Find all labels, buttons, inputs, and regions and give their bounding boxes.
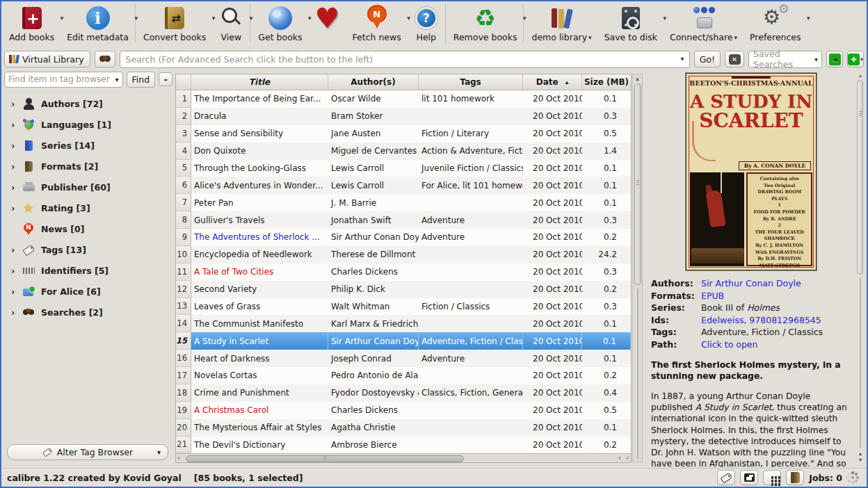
book-title-cell[interactable]: Novelas Cortas [191, 367, 328, 384]
book-tags-cell[interactable]: For Alice, lit 101 homework [419, 177, 523, 194]
book-authors-cell[interactable]: Jane Austen [328, 125, 419, 143]
jobs-spinner-icon[interactable] [851, 476, 854, 479]
book-size-cell[interactable]: 0.1 [582, 350, 631, 367]
book-size-cell[interactable]: 0.2 [582, 281, 631, 298]
book-authors-cell[interactable]: Sir Arthur Conan Doyle [328, 229, 419, 246]
book-tags-cell[interactable] [419, 108, 523, 125]
book-row[interactable]: 15 A Study in Scarlet Sir Arthur Conan D… [176, 332, 631, 350]
book-authors-cell[interactable]: Sir Arthur Conan Doyle [328, 332, 419, 350]
book-date-cell[interactable]: 20 Oct 2010 [523, 332, 582, 350]
book-authors-cell[interactable]: Joseph Conrad [328, 350, 419, 367]
book-authors-cell[interactable]: Agatha Christie [328, 419, 419, 437]
book-tags-cell[interactable]: Classics, Fiction, General,... [419, 384, 523, 402]
book-size-cell[interactable]: 0.3 [582, 211, 631, 229]
book-date-cell[interactable]: 20 Oct 2010 [523, 211, 582, 229]
book-tags-cell[interactable] [419, 194, 523, 211]
book-title-cell[interactable]: Gulliver's Travels [191, 211, 328, 229]
tag-browser-category[interactable]: Identifiers [5] [1, 260, 172, 281]
search-input[interactable] [120, 51, 690, 68]
toggle-tag-browser-button[interactable] [717, 470, 735, 485]
toolbar-button[interactable]: ▾ View ▾ [212, 3, 250, 42]
book-authors-cell[interactable]: Pedro Antonio de Alarcón [328, 367, 419, 384]
book-date-cell[interactable]: 20 Oct 2010 [523, 177, 582, 194]
book-tags-cell[interactable]: Fiction / Literary [419, 125, 523, 143]
toolbar-button[interactable]: ▾ Convert books ▾ [137, 3, 212, 42]
book-date-cell[interactable]: 20 Oct 2010 [523, 437, 582, 454]
book-authors-cell[interactable]: Philip K. Dick [328, 281, 419, 298]
expander-icon[interactable] [11, 141, 17, 150]
toolbar-button[interactable]: ▾ Preferences ▾ [744, 3, 807, 42]
column-header-authors[interactable]: Author(s) [328, 74, 419, 90]
book-size-cell[interactable]: 0.2 [582, 367, 631, 384]
book-tags-cell[interactable]: Adventure [419, 229, 523, 246]
chevron-down-icon[interactable]: ▾ [588, 34, 592, 41]
column-header-size[interactable]: Size (MB) [582, 74, 631, 90]
book-size-cell[interactable]: 0.2 [582, 229, 631, 246]
book-row[interactable]: 5 Through the Looking-Glass Lewis Carrol… [176, 160, 631, 177]
book-row[interactable]: 17 Novelas Cortas Pedro Antonio de Alarc… [176, 367, 631, 384]
expander-icon[interactable] [11, 204, 17, 213]
book-row[interactable]: 18 Crime and Punishment Fyodor Dostoyevs… [176, 384, 631, 402]
book-size-cell[interactable]: 24.2 [582, 246, 631, 263]
book-row[interactable]: 21 The Devil's Dictionary Ambrose Bierce… [176, 437, 631, 454]
tag-browser-category[interactable]: Publisher [60] [1, 177, 172, 197]
book-title-cell[interactable]: Second Variety [191, 281, 328, 298]
book-size-cell[interactable]: 0.1 [582, 160, 631, 177]
chevron-down-icon[interactable]: ▾ [807, 15, 810, 22]
book-title-cell[interactable]: The Mysterious Affair at Styles [191, 419, 328, 437]
vertical-scroll-thumb[interactable] [634, 83, 641, 285]
book-title-cell[interactable]: Encyclopedia of Needlework [191, 246, 328, 263]
book-date-cell[interactable]: 20 Oct 2010 [523, 315, 582, 332]
book-authors-cell[interactable]: J. M. Barrie [328, 194, 419, 211]
ids-links[interactable]: Edelweiss, 9780812968545 [701, 314, 821, 327]
book-tags-cell[interactable]: Fiction / Classics [419, 298, 523, 316]
horizontal-scrollbar[interactable]: ‹ ‹ › [176, 453, 631, 462]
toolbar-button[interactable]: ▾ Fetch news ▾ [346, 3, 408, 42]
book-size-cell[interactable]: 0.3 [582, 298, 631, 316]
book-title-cell[interactable]: Crime and Punishment [191, 384, 328, 402]
book-title-cell[interactable]: A Study in Scarlet [191, 332, 328, 350]
book-size-cell[interactable]: 0.1 [582, 332, 631, 350]
copy-search-button[interactable] [826, 51, 843, 67]
book-row[interactable]: 6 Alice's Adventures in Wonder... Lewis … [176, 177, 631, 194]
toolbar-button[interactable]: ▾ Help ▾ [408, 3, 446, 42]
book-row[interactable]: 2 Dracula Bram Stoker 20 Oct 2010 0.3 [176, 108, 631, 125]
book-authors-cell[interactable]: Ambrose Bierce [328, 437, 419, 454]
book-title-cell[interactable]: A Christmas Carol [191, 402, 328, 419]
scroll-left-icon[interactable]: ‹ [618, 454, 621, 462]
scroll-up-icon[interactable]: ▴ [633, 75, 642, 82]
book-tags-cell[interactable]: lit 101 homework [419, 90, 523, 108]
scroll-right-icon[interactable]: › [626, 454, 629, 462]
book-size-cell[interactable]: 0.1 [582, 315, 631, 332]
clear-search-button[interactable]: ✕ [725, 51, 744, 67]
book-date-cell[interactable]: 20 Oct 2010 [523, 143, 582, 160]
alter-tag-browser-button[interactable]: Alter Tag Browser ▾ [7, 444, 168, 460]
details-vertical-scrollbar[interactable]: ▴ ▴▾ [856, 72, 865, 464]
column-header-title[interactable]: Title [191, 74, 328, 90]
book-authors-cell[interactable]: Charles Dickens [328, 402, 419, 419]
saved-searches-select[interactable]: Saved Searches [748, 51, 822, 68]
book-size-cell[interactable]: 0.5 [582, 125, 631, 143]
book-title-cell[interactable]: A Tale of Two Cities [191, 263, 328, 281]
book-size-cell[interactable]: 0.5 [582, 402, 631, 419]
book-title-cell[interactable]: Leaves of Grass [191, 298, 328, 316]
book-row[interactable]: 12 Second Variety Philip K. Dick 20 Oct … [176, 281, 631, 298]
book-row[interactable]: 7 Peter Pan J. M. Barrie 20 Oct 2010 0.1 [176, 194, 631, 211]
book-title-cell[interactable]: Dracula [191, 108, 328, 125]
book-authors-cell[interactable]: Bram Stoker [328, 108, 419, 125]
book-tags-cell[interactable] [419, 419, 523, 437]
book-size-cell[interactable]: 0.1 [582, 419, 631, 437]
book-size-cell[interactable]: 0.4 [582, 384, 631, 402]
toggle-cover-browser-button[interactable] [740, 470, 758, 485]
toolbar-button[interactable]: ▾ ▾ [309, 3, 346, 32]
expander-icon[interactable] [11, 120, 17, 129]
toggle-cover-grid-button[interactable] [763, 470, 781, 485]
book-row[interactable]: 20 The Mysterious Affair at Styles Agath… [176, 419, 631, 437]
book-tags-cell[interactable]: Adventure, Fiction / Clas... [419, 332, 523, 350]
advanced-search-button[interactable] [95, 51, 115, 67]
book-row[interactable]: 8 Gulliver's Travels Jonathan Swift Adve… [176, 211, 631, 229]
book-size-cell[interactable]: 0.3 [582, 263, 631, 281]
book-authors-cell[interactable]: Jonathan Swift [328, 211, 419, 229]
book-row[interactable]: 3 Sense and Sensibility Jane Austen Fict… [176, 125, 631, 143]
horizontal-scroll-thumb[interactable] [186, 455, 464, 462]
